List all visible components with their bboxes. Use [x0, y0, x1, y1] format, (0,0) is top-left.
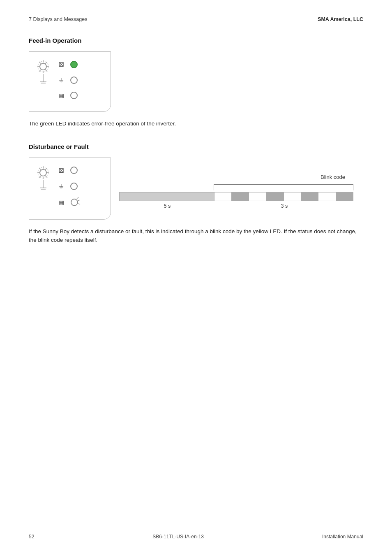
led-blink-display-dist	[70, 198, 81, 207]
svg-point-13	[40, 169, 46, 176]
svg-line-26	[77, 197, 78, 199]
footer-document-id: SB6-11TL-US-IA-en-13	[152, 534, 204, 540]
page-footer: 52 SB6-11TL-US-IA-en-13 Installation Man…	[29, 534, 363, 540]
elec-icon-dist: ⏚	[56, 182, 66, 190]
segment-blink-6	[301, 192, 318, 201]
grid-icon-feed: ⊠	[56, 60, 66, 69]
disturbance-diagram-box: ⊠ ⏚ ▦	[29, 158, 111, 220]
led-row-display-feed: ▦	[56, 92, 78, 99]
disturbance-section: Disturbance or Fault	[29, 143, 363, 245]
led-row-grid-feed: ⊠	[56, 60, 78, 69]
disturbance-title: Disturbance or Fault	[29, 143, 363, 150]
footer-manual-title: Installation Manual	[322, 534, 363, 540]
page-header: 7 Displays and Messages SMA America, LLC	[29, 16, 363, 22]
segment-blink-8	[336, 192, 353, 201]
sun-antenna-icon-dist	[37, 165, 50, 198]
display-icon-dist: ▦	[56, 199, 66, 206]
feed-in-title: Feed-in Operation	[29, 37, 363, 44]
led-off-elec-dist	[70, 183, 78, 190]
segment-blink-3	[249, 192, 266, 201]
svg-point-0	[40, 63, 46, 70]
grid-icon-dist: ⊠	[56, 166, 66, 175]
time-label-5s: 5 s	[119, 203, 215, 209]
display-icon-feed: ▦	[56, 92, 66, 99]
page-container: 7 Displays and Messages SMA America, LLC…	[0, 0, 392, 556]
svg-line-28	[78, 204, 80, 204]
header-chapter: 7 Displays and Messages	[29, 16, 87, 22]
led-row-grid-dist: ⊠	[56, 166, 81, 175]
disturbance-description: If the Sunny Boy detects a disturbance o…	[29, 227, 363, 245]
led-row-display-dist: ▦	[56, 198, 81, 207]
segment-blink-2	[231, 192, 249, 201]
timeline-bar	[119, 192, 353, 201]
svg-line-27	[78, 200, 80, 201]
blink-code-label: Blink code	[321, 174, 345, 180]
led-green-feed	[70, 61, 78, 68]
segment-blink-4	[266, 192, 283, 201]
led-off-grid-dist	[70, 167, 78, 174]
svg-point-29	[71, 199, 78, 206]
header-company: SMA America, LLC	[318, 16, 363, 22]
feed-in-diagram: ⊠ ⏚ ▦	[29, 51, 111, 112]
segment-blink-1	[214, 192, 231, 201]
time-labels: 5 s 3 s	[119, 203, 353, 209]
segment-blink-7	[318, 192, 335, 201]
led-row-elec-dist: ⏚	[56, 182, 81, 190]
led-off-elec-feed	[70, 76, 78, 84]
feed-in-section: Feed-in Operation	[29, 37, 363, 128]
feed-in-description: The green LED indicates error-free opera…	[29, 119, 363, 128]
disturbance-diagram-wrapper: ⊠ ⏚ ▦	[29, 158, 363, 220]
blink-code-bracket-svg	[214, 180, 353, 191]
elec-icon-feed: ⏚	[56, 76, 66, 84]
led-off-display-feed	[70, 92, 78, 99]
sun-antenna-icon-feed	[37, 59, 50, 94]
time-label-3s: 3 s	[215, 203, 353, 209]
disturbance-right: Blink code	[119, 158, 353, 209]
led-row-elec-feed: ⏚	[56, 76, 78, 84]
footer-page-number: 52	[29, 534, 34, 540]
segment-blink-5	[284, 192, 301, 201]
segment-gray-5s	[120, 192, 214, 201]
